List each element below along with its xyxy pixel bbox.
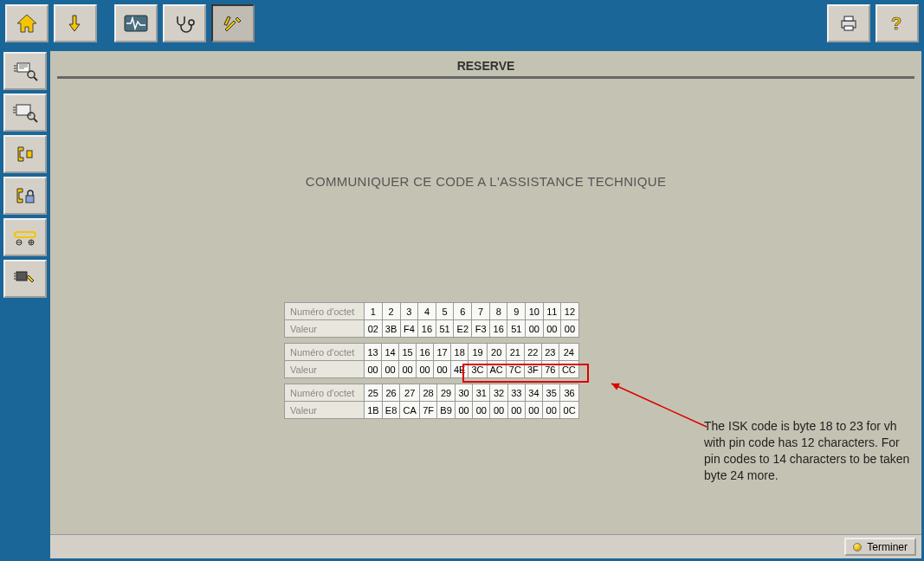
- byte-val-cell: CC: [559, 361, 578, 378]
- byte-num-cell: 14: [382, 344, 399, 361]
- byte-num-cell: 28: [419, 384, 436, 402]
- byte-val-cell: 00: [490, 402, 507, 419]
- svg-text:?: ?: [891, 14, 901, 33]
- byte-num-cell: 8: [489, 303, 507, 320]
- byte-val-cell: AC: [487, 361, 506, 378]
- app-window: ? RESERVE: [0, 0, 924, 561]
- byte-table-3: Numéro d'octet252627282930313233343536Va…: [284, 384, 579, 419]
- svg-line-34: [611, 384, 707, 427]
- row-header-num: Numéro d'octet: [285, 344, 365, 361]
- byte-val-cell: 00: [526, 320, 544, 338]
- byte-val-cell: 16: [418, 320, 436, 338]
- byte-val-cell: 00: [543, 402, 560, 419]
- byte-table-2: Numéro d'octet131415161718192021222324Va…: [284, 343, 579, 378]
- byte-val-cell: CA: [400, 402, 420, 419]
- byte-val-cell: 00: [507, 402, 525, 419]
- byte-val-cell: 16: [489, 320, 507, 338]
- byte-val-cell: 00: [525, 402, 542, 419]
- back-button[interactable]: [54, 4, 97, 42]
- byte-val-cell: 00: [455, 402, 472, 419]
- byte-num-cell: 20: [487, 344, 506, 361]
- svg-line-13: [34, 77, 37, 81]
- byte-num-cell: 33: [507, 384, 525, 402]
- byte-val-cell: 7C: [506, 361, 524, 378]
- byte-num-cell: 16: [417, 344, 434, 361]
- annotation-text: The ISK code is byte 18 to 23 for vh wit…: [704, 418, 912, 484]
- byte-val-cell: 7F: [419, 402, 436, 419]
- top-toolbar: ?: [0, 0, 924, 48]
- left-sidebar: [0, 48, 50, 561]
- byte-val-cell: E2: [454, 320, 472, 338]
- byte-num-cell: 4: [418, 303, 436, 320]
- byte-num-cell: 18: [451, 344, 468, 361]
- chip-edit-button[interactable]: [3, 260, 47, 298]
- row-header-num: Numéro d'octet: [285, 384, 365, 402]
- byte-num-cell: 26: [382, 384, 400, 402]
- svg-point-12: [28, 71, 35, 78]
- print-button[interactable]: [827, 4, 870, 42]
- byte-num-cell: 1: [365, 303, 383, 320]
- connector-button[interactable]: [3, 218, 47, 256]
- byte-val-cell: 76: [541, 361, 559, 378]
- byte-num-cell: 5: [436, 303, 454, 320]
- svg-rect-5: [844, 16, 853, 21]
- byte-num-cell: 29: [437, 384, 456, 402]
- byte-num-cell: 23: [541, 344, 559, 361]
- byte-val-cell: 4E: [451, 361, 468, 378]
- byte-val-cell: F3: [472, 320, 490, 338]
- svg-rect-30: [16, 272, 27, 280]
- byte-val-cell: F4: [400, 320, 418, 338]
- byte-val-cell: 00: [434, 361, 451, 378]
- byte-num-cell: 22: [524, 344, 541, 361]
- row-header-val: Valeur: [285, 361, 365, 378]
- row-header-val: Valeur: [285, 402, 365, 419]
- byte-val-cell: 00: [417, 361, 434, 378]
- finish-button[interactable]: Terminer: [844, 538, 916, 556]
- chip-search-button[interactable]: [3, 94, 47, 132]
- byte-num-cell: 19: [468, 344, 487, 361]
- byte-val-cell: 3F: [524, 361, 541, 378]
- byte-val-cell: 1B: [365, 402, 383, 419]
- byte-val-cell: B9: [437, 402, 456, 419]
- bracket-lock-button[interactable]: [3, 177, 47, 215]
- byte-num-cell: 10: [526, 303, 544, 320]
- byte-val-cell: 51: [507, 320, 526, 338]
- byte-val-cell: E8: [382, 402, 400, 419]
- byte-num-cell: 13: [365, 344, 382, 361]
- byte-num-cell: 27: [400, 384, 420, 402]
- svg-rect-24: [26, 196, 34, 203]
- home-button[interactable]: [5, 4, 48, 42]
- help-button[interactable]: ?: [876, 4, 919, 42]
- diagnostics-button[interactable]: [114, 4, 158, 42]
- byte-num-cell: 21: [506, 344, 524, 361]
- bracket-right-button[interactable]: [3, 135, 47, 173]
- byte-val-cell: 0C: [560, 402, 578, 419]
- byte-num-cell: 30: [455, 384, 472, 402]
- status-led-icon: [853, 543, 862, 551]
- byte-num-cell: 11: [543, 303, 561, 320]
- byte-val-cell: 3B: [382, 320, 400, 338]
- byte-val-cell: 00: [399, 361, 417, 378]
- byte-num-cell: 32: [490, 384, 507, 402]
- byte-num-cell: 36: [560, 384, 578, 402]
- byte-num-cell: 3: [400, 303, 418, 320]
- content-subtitle: COMMUNIQUER CE CODE A L'ASSISTANCE TECHN…: [59, 174, 913, 189]
- svg-point-2: [189, 20, 194, 25]
- byte-num-cell: 9: [507, 303, 526, 320]
- byte-num-cell: 34: [525, 384, 542, 402]
- svg-rect-3: [224, 16, 230, 25]
- tools-button[interactable]: [211, 4, 255, 42]
- content-frame: RESERVE COMMUNIQUER CE CODE A L'ASSISTAN…: [50, 48, 924, 561]
- svg-marker-0: [17, 15, 36, 32]
- byte-tables: Numéro d'octet123456789101112Valeur023BF…: [284, 302, 579, 419]
- byte-num-cell: 35: [543, 384, 560, 402]
- svg-point-18: [28, 113, 35, 119]
- row-header-num: Numéro d'octet: [285, 303, 365, 320]
- finish-button-label: Terminer: [867, 541, 908, 553]
- byte-num-cell: 15: [399, 344, 417, 361]
- byte-table-1: Numéro d'octet123456789101112Valeur023BF…: [284, 302, 579, 338]
- chip-inspect-button[interactable]: [3, 52, 47, 90]
- stethoscope-button[interactable]: [163, 4, 206, 42]
- byte-num-cell: 12: [561, 303, 579, 320]
- byte-num-cell: 6: [454, 303, 472, 320]
